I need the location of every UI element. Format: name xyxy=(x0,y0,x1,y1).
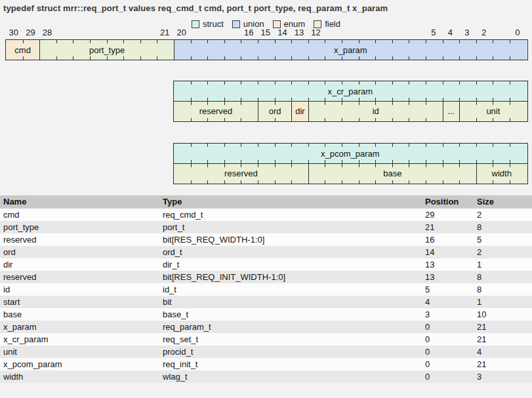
bit-number-2: 2 xyxy=(476,28,493,38)
bit-tick xyxy=(493,144,493,147)
field-reserved: reserved xyxy=(174,102,258,121)
bit-tick xyxy=(342,144,342,147)
bit-tick xyxy=(107,40,108,43)
bit-tick xyxy=(510,102,510,105)
bit-tick xyxy=(426,144,426,147)
position-cell: 21 xyxy=(425,221,477,233)
type-cell: port_t xyxy=(163,221,425,233)
bit-tick xyxy=(275,144,276,147)
bit-tick xyxy=(275,40,276,43)
bit-tick xyxy=(392,180,393,184)
bit-tick xyxy=(375,144,376,147)
name-cell: x_pcom_param xyxy=(0,358,163,370)
bit-tick xyxy=(359,81,359,85)
bit-number-4: 4 xyxy=(442,28,459,38)
bit-tick xyxy=(291,81,292,85)
bit-tick xyxy=(359,164,359,167)
bit-tick xyxy=(443,164,443,167)
bit-tick xyxy=(375,102,376,105)
size-cell: 21 xyxy=(477,358,532,370)
bit-tick xyxy=(291,164,292,167)
bit-number-16: 16 xyxy=(240,28,257,38)
bit-tick xyxy=(476,40,477,43)
bit-tick xyxy=(426,164,426,167)
name-cell: ord xyxy=(0,246,163,258)
bit-tick xyxy=(392,164,393,167)
bit-tick xyxy=(258,144,258,147)
bit-tick xyxy=(308,56,309,60)
name-cell: start xyxy=(0,296,163,308)
bit-tick xyxy=(224,118,225,121)
bit-number-13: 13 xyxy=(291,28,308,38)
size-cell: 1 xyxy=(477,258,532,271)
type-cell: wlag_t xyxy=(163,370,425,383)
bit-tick xyxy=(207,180,208,184)
bit-tick xyxy=(459,81,460,85)
table-row-ord: ordord_t142 xyxy=(0,246,532,258)
type-cell: req_init_t xyxy=(163,358,425,370)
size-cell: 8 xyxy=(477,283,532,296)
bit-tick xyxy=(325,180,325,184)
table-row-dir: dirdir_t131 xyxy=(0,258,532,271)
position-cell: 13 xyxy=(425,258,477,271)
table-row-cmd: cmdreq_cmd_t292 xyxy=(0,209,532,221)
bit-tick xyxy=(90,40,91,43)
bit-tick xyxy=(493,81,493,85)
bit-tick xyxy=(459,56,460,60)
bit-number-20: 20 xyxy=(173,28,190,38)
bit-tick xyxy=(140,40,141,43)
bit-tick xyxy=(426,102,426,105)
bit-tick xyxy=(426,180,426,184)
table-row-port_type: port_typeport_t218 xyxy=(0,221,532,233)
bit-tick xyxy=(191,56,192,60)
size-cell: 5 xyxy=(477,233,532,246)
table-row-base: basebase_t310 xyxy=(0,308,532,321)
bit-tick xyxy=(224,81,225,85)
bit-tick xyxy=(56,56,57,60)
bit-tick xyxy=(258,56,258,60)
bit-tick xyxy=(241,164,241,167)
size-cell: 2 xyxy=(477,246,532,258)
bit-ruler: 3029282120161514131254320 xyxy=(0,28,532,38)
column-header-size: Size xyxy=(477,195,532,209)
bit-tick xyxy=(476,144,477,147)
bit-tick xyxy=(241,144,241,147)
bit-tick xyxy=(308,144,309,147)
bit-tick xyxy=(342,164,342,167)
bit-tick xyxy=(258,81,258,85)
name-cell: unit xyxy=(0,346,163,358)
bit-number-12: 12 xyxy=(308,28,325,38)
type-cell: procid_t xyxy=(163,346,425,358)
bit-tick xyxy=(409,164,409,167)
union-color-swatch-icon xyxy=(232,20,240,28)
position-cell: 13 xyxy=(425,271,477,283)
bit-tick xyxy=(443,56,443,60)
bit-tick xyxy=(291,144,292,147)
bit-tick xyxy=(191,164,192,167)
table-row-start: startbit41 xyxy=(0,296,532,308)
bit-tick xyxy=(443,144,443,147)
register-req_port_t: cmdport_typex_param xyxy=(5,39,528,63)
bit-tick xyxy=(459,40,460,43)
table-row-id: idid_t58 xyxy=(0,283,532,296)
bit-tick xyxy=(325,56,325,60)
bit-tick xyxy=(207,144,208,147)
bit-tick xyxy=(224,180,225,184)
bit-tick xyxy=(409,56,409,60)
bit-number-30: 30 xyxy=(5,28,22,38)
bit-tick xyxy=(409,118,409,121)
name-cell: width xyxy=(0,370,163,383)
name-cell: port_type xyxy=(0,221,163,233)
bit-tick xyxy=(426,40,426,43)
bit-tick xyxy=(359,144,359,147)
bit-tick xyxy=(291,180,292,184)
bit-tick xyxy=(23,40,24,43)
name-cell: reserved xyxy=(0,233,163,246)
type-cell: ord_t xyxy=(163,246,425,258)
bit-tick xyxy=(224,164,225,167)
table-row-x_pcom_param: x_pcom_paramreq_init_t021 xyxy=(0,358,532,370)
bit-tick xyxy=(123,56,124,60)
bit-tick xyxy=(342,81,342,85)
bit-tick xyxy=(493,40,493,43)
type-cell: req_param_t xyxy=(163,321,425,333)
